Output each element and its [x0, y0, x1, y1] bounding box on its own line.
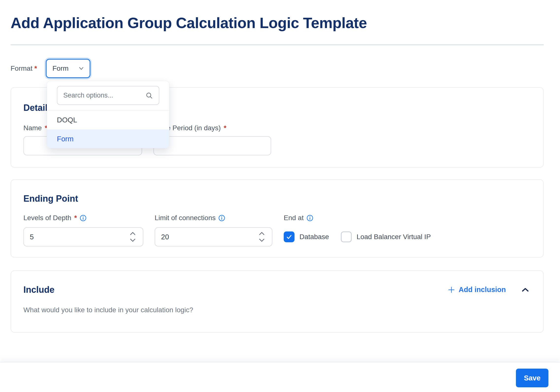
- ending-inputs-row: 5 20 Database Load Balancer Virtual: [23, 227, 531, 246]
- save-button[interactable]: Save: [516, 369, 548, 387]
- dropdown-option-form[interactable]: Form: [47, 130, 169, 148]
- format-label-text: Format: [11, 65, 33, 72]
- format-select[interactable]: Form: [46, 59, 90, 78]
- end-at-label: End at: [284, 214, 531, 222]
- required-asterisk: *: [224, 124, 226, 132]
- ending-labels-row: Levels of Depth * Limit of connections E…: [23, 214, 531, 222]
- info-icon[interactable]: [80, 215, 86, 221]
- levels-of-depth-value: 5: [30, 233, 34, 241]
- info-icon[interactable]: [307, 215, 313, 221]
- name-label-text: Name: [23, 124, 42, 132]
- period-input[interactable]: 30: [153, 136, 271, 155]
- include-actions: Add inclusion: [448, 286, 529, 294]
- include-description: What would you like to include in your c…: [23, 306, 531, 314]
- limit-of-connections-stepper: [259, 228, 264, 246]
- period-label-text: e Period (in days): [167, 124, 221, 132]
- period-label: e Period (in days) *: [153, 124, 271, 132]
- stepper-up-icon[interactable]: [130, 232, 135, 235]
- ending-point-card: Ending Point Levels of Depth * Limit of …: [11, 179, 544, 258]
- limit-of-connections-label-text: Limit of connections: [155, 214, 215, 222]
- chevron-up-icon[interactable]: [522, 287, 529, 292]
- chevron-down-icon: [78, 65, 85, 72]
- footer-bar: Save: [0, 362, 560, 392]
- dropdown-option-doql[interactable]: DOQL: [47, 111, 169, 130]
- checkbox-database-label: Database: [299, 233, 329, 241]
- dropdown-search-area: Search options...: [47, 81, 169, 111]
- title-divider: [11, 44, 544, 45]
- add-inclusion-label: Add inclusion: [459, 286, 506, 294]
- format-label: Format *: [11, 65, 40, 72]
- include-header: Include Add inclusion: [23, 284, 531, 295]
- limit-of-connections-label: Limit of connections: [155, 214, 272, 222]
- limit-of-connections-value: 20: [161, 233, 169, 241]
- search-placeholder: Search options...: [63, 92, 113, 99]
- format-field-row: Format * Form: [11, 59, 560, 78]
- end-at-label-text: End at: [284, 214, 304, 222]
- stepper-up-icon[interactable]: [259, 232, 264, 235]
- ending-point-heading: Ending Point: [23, 193, 531, 204]
- info-icon[interactable]: [218, 215, 225, 221]
- limit-of-connections-input[interactable]: 20: [155, 227, 272, 246]
- checkbox-checked-icon[interactable]: [284, 231, 295, 242]
- end-at-options: Database Load Balancer Virtual IP: [284, 227, 531, 246]
- checkbox-load-balancer-label: Load Balancer Virtual IP: [357, 233, 431, 241]
- include-heading: Include: [23, 284, 54, 295]
- page-title: Add Application Group Calculation Logic …: [11, 14, 544, 32]
- include-card: Include Add inclusion What would you lik…: [11, 270, 544, 333]
- search-icon: [146, 92, 153, 99]
- format-select-value: Form: [52, 65, 68, 72]
- search-options-input[interactable]: Search options...: [57, 86, 159, 105]
- checkbox-unchecked-icon[interactable]: [341, 231, 352, 242]
- format-dropdown-panel: Search options... DOQL Form: [47, 81, 169, 148]
- levels-of-depth-label: Levels of Depth *: [23, 214, 143, 222]
- required-asterisk: *: [34, 65, 37, 72]
- required-asterisk: *: [74, 214, 77, 222]
- checkbox-database[interactable]: Database: [284, 231, 329, 242]
- plus-icon: [448, 286, 455, 294]
- levels-of-depth-stepper: [130, 228, 135, 246]
- levels-of-depth-input[interactable]: 5: [23, 227, 143, 246]
- stepper-down-icon[interactable]: [259, 239, 264, 242]
- add-inclusion-button[interactable]: Add inclusion: [448, 286, 506, 294]
- checkbox-load-balancer-virtual-ip[interactable]: Load Balancer Virtual IP: [341, 231, 431, 242]
- levels-of-depth-label-text: Levels of Depth: [23, 214, 71, 222]
- stepper-down-icon[interactable]: [130, 239, 135, 242]
